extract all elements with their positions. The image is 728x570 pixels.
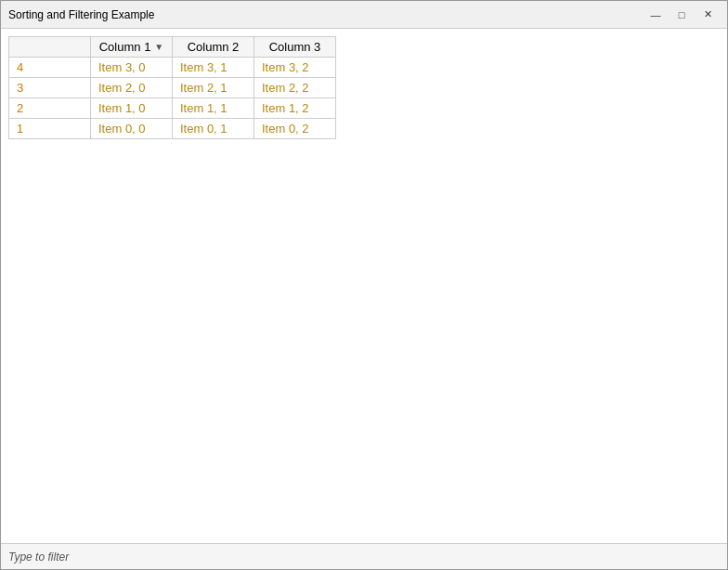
cell-col3: Item 1, 2	[254, 98, 336, 119]
title-buttons: — □ ✕	[644, 6, 720, 24]
table-row: 2Item 1, 0Item 1, 1Item 1, 2	[9, 98, 336, 119]
status-bar: Type to filter	[1, 543, 727, 569]
title-bar: Sorting and Filtering Example — □ ✕	[1, 1, 727, 29]
title-bar-left: Sorting and Filtering Example	[8, 8, 154, 21]
table-row: 4Item 3, 0Item 3, 1Item 3, 2	[9, 58, 336, 78]
cell-col1: Item 3, 0	[91, 58, 173, 78]
close-button[interactable]: ✕	[696, 6, 720, 24]
row-number: 4	[9, 58, 91, 78]
cell-col3: Item 0, 2	[254, 119, 336, 139]
cell-col1: Item 2, 0	[91, 78, 173, 98]
cell-col2: Item 0, 1	[173, 119, 254, 139]
table-row: 1Item 0, 0Item 0, 1Item 0, 2	[9, 119, 336, 139]
status-text: Type to filter	[8, 551, 69, 564]
header-col3[interactable]: Column 3	[254, 37, 336, 58]
header-num	[9, 37, 91, 58]
data-table: Column 1 ▼ Column 2 Column 3 4Item 3, 0I…	[8, 36, 336, 139]
content-area: Column 1 ▼ Column 2 Column 3 4Item 3, 0I…	[1, 29, 727, 543]
app-window: Sorting and Filtering Example — □ ✕ Colu…	[0, 0, 728, 570]
cell-col1: Item 0, 0	[91, 119, 173, 139]
row-number: 3	[9, 78, 91, 98]
table-row: 3Item 2, 0Item 2, 1Item 2, 2	[9, 78, 336, 98]
row-number: 2	[9, 98, 91, 119]
header-col1[interactable]: Column 1 ▼	[91, 37, 173, 58]
header-row: Column 1 ▼ Column 2 Column 3	[9, 37, 336, 58]
cell-col2: Item 3, 1	[173, 58, 254, 78]
sort-icon: ▼	[154, 42, 163, 52]
cell-col3: Item 2, 2	[254, 78, 336, 98]
maximize-button[interactable]: □	[670, 6, 694, 24]
header-col2[interactable]: Column 2	[173, 37, 254, 58]
minimize-button[interactable]: —	[644, 6, 668, 24]
window-title: Sorting and Filtering Example	[8, 8, 154, 21]
cell-col2: Item 1, 1	[173, 98, 254, 119]
cell-col2: Item 2, 1	[173, 78, 254, 98]
cell-col1: Item 1, 0	[91, 98, 173, 119]
cell-col3: Item 3, 2	[254, 58, 336, 78]
row-number: 1	[9, 119, 91, 139]
